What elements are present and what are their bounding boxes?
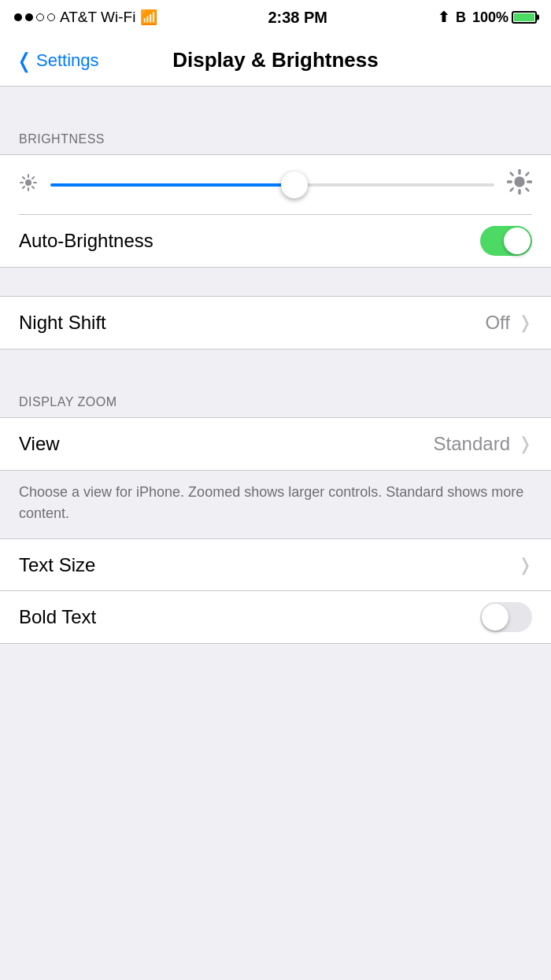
- sun-small-icon: [19, 173, 38, 197]
- spacer-2: [0, 268, 551, 296]
- signal-dot-3: [36, 13, 44, 21]
- nav-bar: ❬ Settings Display & Brightness: [0, 35, 551, 87]
- wifi-icon: 📶: [140, 9, 157, 26]
- battery-fill: [514, 13, 534, 21]
- bold-text-row: Bold Text: [0, 591, 551, 643]
- svg-line-6: [32, 186, 34, 187]
- battery-icon: [512, 11, 537, 24]
- bottom-spacer: [0, 644, 551, 801]
- auto-brightness-row: Auto-Brightness: [0, 215, 551, 267]
- location-icon: ⬆: [438, 9, 449, 26]
- slider-thumb[interactable]: [281, 172, 308, 198]
- svg-point-9: [514, 176, 524, 187]
- night-shift-row[interactable]: Night Shift Off ❭: [0, 297, 551, 349]
- status-bar: AT&T Wi-Fi 📶 2:38 PM ⬆ B 100%: [0, 0, 551, 35]
- svg-line-5: [23, 176, 24, 178]
- text-options-group: Text Size ❭ Bold Text: [0, 538, 551, 644]
- night-shift-chevron-icon: ❭: [518, 312, 532, 333]
- carrier-label: AT&T Wi-Fi 📶: [60, 9, 157, 26]
- svg-line-16: [511, 188, 513, 190]
- back-button[interactable]: ❬ Settings: [16, 50, 99, 71]
- night-shift-value: Off: [485, 312, 510, 334]
- signal-dot-4: [47, 13, 55, 21]
- svg-point-0: [25, 179, 31, 186]
- signal-dots: [14, 13, 55, 21]
- svg-line-15: [526, 188, 528, 190]
- brightness-section-label: BRIGHTNESS: [0, 115, 551, 154]
- battery-indicator: 100%: [472, 9, 537, 26]
- auto-brightness-toggle[interactable]: [480, 226, 532, 256]
- toggle-thumb: [504, 227, 531, 254]
- bold-text-label: Bold Text: [19, 606, 96, 628]
- status-right: ⬆ B 100%: [438, 9, 537, 26]
- back-label: Settings: [36, 50, 99, 71]
- status-time: 2:38 PM: [268, 9, 327, 27]
- view-label: View: [19, 433, 60, 455]
- night-shift-label: Night Shift: [19, 312, 106, 334]
- battery-percent: 100%: [472, 9, 508, 26]
- sun-large-icon: [507, 169, 532, 200]
- page-title: Display & Brightness: [172, 48, 379, 72]
- signal-dot-1: [14, 13, 22, 21]
- svg-line-14: [511, 173, 513, 176]
- bold-text-toggle[interactable]: [480, 602, 532, 632]
- spacer-3: [0, 349, 551, 378]
- back-chevron-icon: ❬: [16, 50, 33, 71]
- brightness-group: Auto-Brightness: [0, 154, 551, 268]
- carrier-name: AT&T Wi-Fi: [60, 9, 135, 26]
- display-zoom-group: View Standard ❭: [0, 417, 551, 471]
- spacer-top: [0, 87, 551, 115]
- text-size-right: ❭: [518, 555, 532, 575]
- svg-line-8: [32, 176, 34, 178]
- text-size-row[interactable]: Text Size ❭: [0, 539, 551, 591]
- slider-fill: [50, 183, 294, 187]
- bold-text-toggle-thumb: [482, 604, 508, 631]
- view-right: Standard ❭: [434, 433, 532, 455]
- display-zoom-description: Choose a view for iPhone. Zoomed shows l…: [0, 471, 551, 538]
- brightness-slider-row: [0, 155, 551, 214]
- brightness-slider[interactable]: [50, 183, 494, 187]
- auto-brightness-label: Auto-Brightness: [19, 230, 153, 252]
- svg-line-17: [526, 173, 528, 176]
- svg-line-7: [23, 186, 24, 187]
- view-value: Standard: [434, 433, 510, 455]
- text-size-label: Text Size: [19, 554, 95, 576]
- view-row[interactable]: View Standard ❭: [0, 418, 551, 470]
- text-size-chevron-icon: ❭: [518, 555, 532, 575]
- night-shift-right: Off ❭: [485, 312, 532, 334]
- display-zoom-section-label: DISPLAY ZOOM: [0, 378, 551, 417]
- signal-dot-2: [25, 13, 33, 21]
- bluetooth-icon: B: [456, 9, 466, 26]
- view-chevron-icon: ❭: [518, 434, 532, 454]
- night-shift-group: Night Shift Off ❭: [0, 296, 551, 349]
- status-left: AT&T Wi-Fi 📶: [14, 9, 157, 26]
